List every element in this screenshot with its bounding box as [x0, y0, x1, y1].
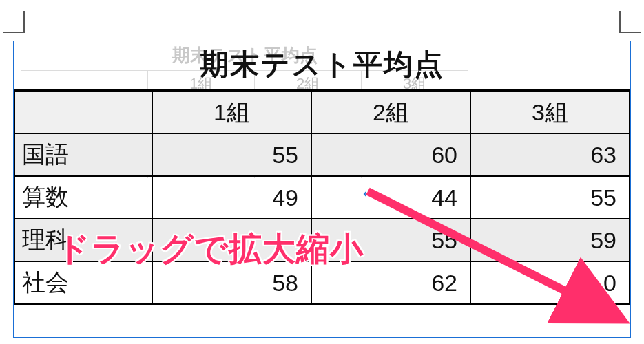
table-header-row: 1組 2組 3組	[14, 91, 630, 133]
paragraph-mark-icon: ↵	[363, 189, 373, 199]
cell: 60	[311, 133, 470, 176]
cell: 59	[470, 219, 630, 261]
table-row: 国語 55 60 63	[14, 133, 630, 176]
header-col-3: 3組	[470, 91, 630, 133]
row-0-label: 国語	[14, 133, 152, 176]
table-row: 算数 49 44 55	[14, 176, 630, 219]
cell: 49	[152, 176, 311, 219]
annotation-label: ドラッグで拡大縮小	[56, 227, 364, 271]
cell: 55	[152, 133, 311, 176]
cell: 63	[470, 133, 630, 176]
object-selection-frame[interactable]: 期末テスト平均点 1組 2組 3組 国語 55 60 63 算数 49 44	[14, 41, 630, 337]
cell: 44	[311, 176, 470, 219]
table-title: 期末テスト平均点	[14, 41, 630, 89]
header-col-2: 2組	[311, 91, 470, 133]
crop-mark-top-right	[619, 11, 641, 33]
header-col-1: 1組	[152, 91, 311, 133]
cell: 55	[470, 176, 630, 219]
row-1-label: 算数	[14, 176, 152, 219]
header-blank	[14, 91, 152, 133]
crop-mark-top-left	[3, 11, 25, 33]
cell-obscured: 0	[470, 261, 630, 304]
